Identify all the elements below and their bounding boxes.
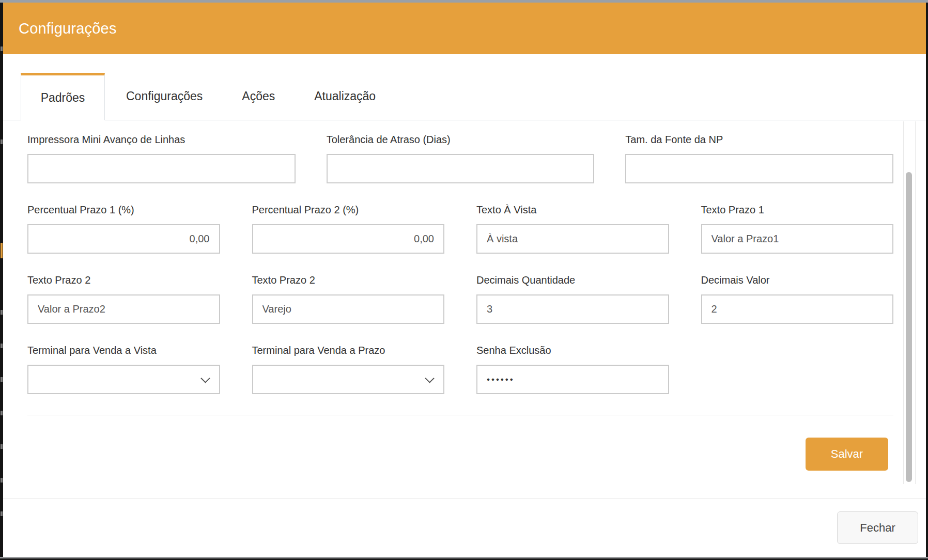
page-behind-fragment [1, 411, 3, 415]
modal-header: Configurações [3, 3, 926, 54]
field-label: Senha Exclusão [476, 345, 669, 356]
field-label: Terminal para Venda a Prazo [252, 345, 445, 356]
terminal-venda-prazo-select[interactable] [252, 365, 445, 394]
tam-fonte-np-input[interactable] [625, 154, 893, 183]
field-percentual-prazo1: Percentual Prazo 1 (%) [27, 204, 220, 254]
modal-body: Impressora Mini Avanço de Linhas Tolerân… [3, 120, 926, 498]
page-behind-fragment [1, 46, 3, 51]
field-label: Decimais Valor [701, 274, 894, 286]
field-tolerancia-atraso: Tolerância de Atraso (Dias) [327, 134, 595, 183]
page-behind-fragment [1, 444, 3, 449]
page-behind-fragment [1, 344, 3, 348]
decimais-quantidade-input[interactable] [476, 294, 669, 324]
field-terminal-venda-vista: Terminal para Venda a Vista [27, 345, 220, 394]
field-texto-prazo1: Texto Prazo 1 [701, 204, 894, 254]
page-behind-fragment [1, 243, 3, 258]
tab-atualizacao[interactable]: Atualização [296, 73, 394, 120]
screen: Configurações Padrões Configurações Açõe… [0, 0, 928, 560]
texto-a-vista-input[interactable] [476, 224, 669, 254]
field-texto-prazo2-varejo: Texto Prazo 2 [252, 274, 445, 324]
field-label: Texto Prazo 2 [27, 274, 220, 286]
content-divider [27, 415, 893, 415]
senha-exclusao-input[interactable] [476, 365, 669, 394]
field-label: Percentual Prazo 1 (%) [27, 204, 220, 216]
field-label: Impressora Mini Avanço de Linhas [27, 134, 296, 146]
field-label: Texto Prazo 1 [701, 204, 894, 216]
field-texto-prazo2: Texto Prazo 2 [27, 274, 220, 324]
percentual-prazo1-input[interactable] [27, 224, 220, 254]
page-behind-fragment [1, 511, 3, 516]
terminal-venda-prazo-value[interactable] [252, 365, 445, 394]
impressora-mini-input[interactable] [27, 154, 296, 183]
save-button[interactable]: Salvar [806, 438, 888, 471]
field-label: Decimais Quantidade [476, 274, 669, 286]
field-texto-a-vista: Texto À Vista [476, 204, 669, 254]
field-decimais-quantidade: Decimais Quantidade [476, 274, 669, 324]
modal-title: Configurações [19, 20, 117, 37]
close-button[interactable]: Fechar [837, 511, 918, 544]
tab-bar: Padrões Configurações Ações Atualização [3, 73, 926, 120]
field-decimais-valor: Decimais Valor [701, 274, 894, 324]
field-terminal-venda-prazo: Terminal para Venda a Prazo [252, 345, 445, 394]
percentual-prazo2-input[interactable] [252, 224, 445, 254]
field-label: Terminal para Venda a Vista [27, 345, 220, 356]
scrollbar-track[interactable] [903, 121, 916, 484]
field-senha-exclusao: Senha Exclusão [476, 345, 669, 394]
field-label: Texto À Vista [476, 204, 669, 216]
texto-prazo1-input[interactable] [701, 224, 894, 254]
texto-prazo2-input[interactable] [27, 294, 220, 324]
page-behind-fragment [1, 478, 3, 483]
page-behind-fragment [1, 310, 3, 315]
settings-modal: Configurações Padrões Configurações Açõe… [3, 3, 926, 557]
field-impressora-mini: Impressora Mini Avanço de Linhas [27, 134, 296, 183]
field-label: Percentual Prazo 2 (%) [252, 204, 445, 216]
terminal-venda-vista-select[interactable] [27, 365, 220, 394]
field-label: Texto Prazo 2 [252, 274, 445, 286]
scrollbar-thumb[interactable] [906, 172, 912, 482]
modal-footer: Fechar [3, 498, 926, 557]
tab-padroes[interactable]: Padrões [21, 73, 105, 120]
terminal-venda-vista-value[interactable] [27, 365, 220, 394]
decimais-valor-input[interactable] [701, 294, 894, 324]
page-background-bottom-edge [0, 557, 928, 558]
tab-acoes[interactable]: Ações [224, 73, 293, 120]
field-label: Tolerância de Atraso (Dias) [327, 134, 595, 146]
tolerancia-atraso-input[interactable] [327, 154, 595, 183]
field-tam-fonte-np: Tam. da Fonte da NP [625, 134, 893, 183]
field-percentual-prazo2: Percentual Prazo 2 (%) [252, 204, 445, 254]
texto-prazo2-varejo-input[interactable] [252, 294, 445, 324]
field-label: Tam. da Fonte da NP [625, 134, 893, 146]
page-behind-fragment [1, 377, 3, 382]
tab-configuracoes[interactable]: Configurações [108, 73, 221, 120]
page-behind-fragment [1, 139, 3, 144]
field-empty [701, 345, 894, 394]
